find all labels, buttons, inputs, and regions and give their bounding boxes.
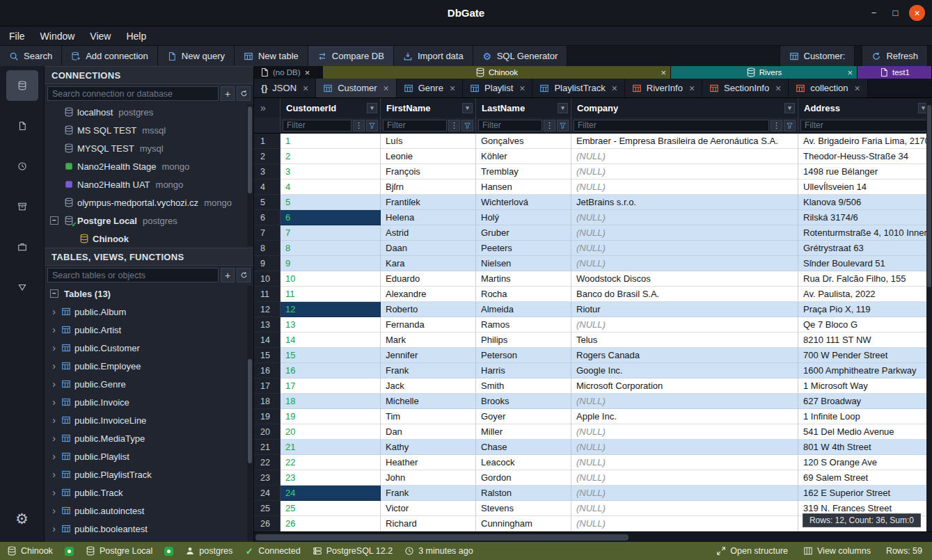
- cell-customerid[interactable]: 21: [281, 440, 381, 455]
- cell-lastname[interactable]: Miller: [476, 424, 571, 440]
- row-number[interactable]: 22: [254, 455, 281, 470]
- filter-input-company[interactable]: [574, 120, 769, 131]
- row-number[interactable]: 9: [254, 256, 281, 271]
- row-number[interactable]: 16: [254, 363, 281, 378]
- tab-customer[interactable]: Customer×: [316, 79, 397, 97]
- status-postgresql-12-2[interactable]: PostgreSQL 12.2: [313, 546, 393, 556]
- tab-group-chinook[interactable]: Chinook×: [323, 66, 671, 79]
- table-item-public-album[interactable]: ›public.Album: [45, 303, 253, 321]
- cell-company[interactable]: (NULL): [571, 179, 798, 195]
- cell-company[interactable]: (NULL): [571, 149, 798, 164]
- row-number[interactable]: 21: [254, 440, 281, 455]
- table-row[interactable]: 1313FernandaRamos(NULL)Qe 7 Bloco G: [254, 317, 932, 333]
- cell-lastname[interactable]: Gruber: [476, 225, 571, 241]
- row-number[interactable]: 4: [254, 179, 281, 195]
- cell-address[interactable]: 120 S Orange Ave: [798, 455, 932, 470]
- cell-company[interactable]: (NULL): [571, 210, 798, 225]
- row-number[interactable]: 13: [254, 317, 281, 333]
- cell-customerid[interactable]: 5: [281, 195, 381, 210]
- filter-menu-button[interactable]: ⋮: [544, 120, 555, 131]
- cell-customerid[interactable]: 23: [281, 470, 381, 486]
- column-dropdown-button[interactable]: ▾: [367, 103, 377, 113]
- cell-address[interactable]: 627 Broadway: [798, 394, 932, 409]
- search-button[interactable]: Search: [0, 46, 62, 66]
- cell-lastname[interactable]: Ramos: [476, 317, 571, 333]
- refresh-button[interactable]: Refresh: [862, 46, 928, 66]
- cell-firstname[interactable]: Jennifer: [381, 348, 476, 363]
- cell-address[interactable]: Qe 7 Bloco G: [798, 317, 932, 333]
- column-dropdown-button[interactable]: ▾: [558, 103, 568, 113]
- cell-customerid[interactable]: 17: [281, 378, 381, 394]
- filter-input-firstname[interactable]: [383, 120, 447, 131]
- cell-lastname[interactable]: Rocha: [476, 287, 571, 302]
- table-row[interactable]: 1010EduardoMartinsWoodstock DiscosRua Dr…: [254, 271, 932, 287]
- table-item-public-customer[interactable]: ›public.Customer: [45, 339, 253, 357]
- cell-company[interactable]: (NULL): [571, 225, 798, 241]
- expand-columns-button[interactable]: »: [254, 98, 281, 118]
- filter-input-lastname[interactable]: [478, 120, 542, 131]
- close-tab-icon[interactable]: ×: [775, 83, 781, 94]
- cell-address[interactable]: 1 Infinite Loop: [798, 409, 932, 424]
- cell-firstname[interactable]: Leonie: [381, 149, 476, 164]
- cell-firstname[interactable]: Victor: [381, 501, 476, 516]
- cell-address[interactable]: Praça Pio X, 119: [798, 302, 932, 317]
- cell-lastname[interactable]: Smith: [476, 378, 571, 394]
- tables-refresh-button[interactable]: [237, 268, 251, 282]
- row-number[interactable]: 20: [254, 424, 281, 440]
- table-item-public-autoinctest[interactable]: ›public.autoinctest: [45, 502, 253, 520]
- cell-customerid[interactable]: 9: [281, 256, 381, 271]
- cell-company[interactable]: Telus: [571, 333, 798, 348]
- row-number[interactable]: 7: [254, 225, 281, 241]
- cell-firstname[interactable]: Mark: [381, 333, 476, 348]
- connection-localhost[interactable]: localhostpostgres: [45, 103, 253, 121]
- cell-firstname[interactable]: Frantiſek: [381, 195, 476, 210]
- new-query-button[interactable]: New query: [158, 46, 235, 66]
- menu-file[interactable]: File: [1, 28, 33, 45]
- table-row[interactable]: 1414MarkPhilipsTelus8210 111 ST NW: [254, 333, 932, 348]
- row-number[interactable]: 15: [254, 348, 281, 363]
- table-item-public-playlist[interactable]: ›public.Playlist: [45, 447, 253, 465]
- table-row[interactable]: 1515JenniferPetersonRogers Canada700 W P…: [254, 348, 932, 363]
- filter-input-customerid[interactable]: [283, 120, 352, 131]
- compare-db-button[interactable]: Compare DB: [308, 46, 394, 66]
- cell-lastname[interactable]: Stevens: [476, 501, 571, 516]
- table-row[interactable]: 1111AlexandreRochaBanco do Brasil S.A.Av…: [254, 287, 932, 302]
- tab-genre[interactable]: Genre×: [397, 79, 463, 97]
- cell-address[interactable]: 162 E Superior Street: [798, 486, 932, 501]
- cell-company[interactable]: Embraer - Empresa Brasileira de Aeronáut…: [571, 134, 798, 149]
- cell-customerid[interactable]: 20: [281, 424, 381, 440]
- cell-address[interactable]: Rua Dr. Falcão Filho, 155: [798, 271, 932, 287]
- new-table-button[interactable]: New table: [235, 46, 308, 66]
- maximize-button[interactable]: □: [887, 5, 903, 21]
- row-number[interactable]: 17: [254, 378, 281, 394]
- table-row[interactable]: 2121KathyChase(NULL)801 W 4th Street: [254, 440, 932, 455]
- cell-address[interactable]: UllevÍlsveien 14: [798, 179, 932, 195]
- scrollbar-thumb[interactable]: [927, 105, 931, 287]
- add-connection-button[interactable]: Add connection: [62, 46, 158, 66]
- cell-address[interactable]: 1600 Amphitheatre Parkway: [798, 363, 932, 378]
- status-3-minutes-ago[interactable]: 3 minutes ago: [404, 546, 473, 556]
- status-postgres[interactable]: postgres: [185, 546, 232, 556]
- cell-company[interactable]: (NULL): [571, 470, 798, 486]
- cell-company[interactable]: (NULL): [571, 317, 798, 333]
- cell-company[interactable]: (NULL): [571, 164, 798, 179]
- menu-view[interactable]: View: [82, 28, 118, 45]
- sidebar-cell-data-button[interactable]: [6, 272, 38, 303]
- cell-firstname[interactable]: Helena: [381, 210, 476, 225]
- tab-json[interactable]: {}JSON×: [254, 79, 316, 97]
- table-row[interactable]: 1818MichelleBrooks(NULL)627 Broadway: [254, 394, 932, 409]
- connections-search-input[interactable]: [47, 86, 219, 101]
- scrollbar-thumb[interactable]: [248, 359, 252, 463]
- cell-company[interactable]: Google Inc.: [571, 363, 798, 378]
- cell-lastname[interactable]: Gonçalves: [476, 134, 571, 149]
- cell-firstname[interactable]: Kara: [381, 256, 476, 271]
- status-view-columns[interactable]: View columns: [803, 546, 871, 556]
- table-item-public-booleantest[interactable]: ›public.booleantest: [45, 520, 253, 538]
- cell-company[interactable]: Riotur: [571, 302, 798, 317]
- tables-scrollbar[interactable]: [247, 286, 253, 541]
- cell-company[interactable]: Banco do Brasil S.A.: [571, 287, 798, 302]
- status-postgre-local[interactable]: Postgre Local: [86, 546, 152, 556]
- table-row[interactable]: 99KaraNielsen(NULL)Sſnder Boulevard 51: [254, 256, 932, 271]
- table-row[interactable]: 44BjſrnHansen(NULL)UllevÍlsveien 14: [254, 179, 932, 195]
- tab-group-no-db[interactable]: (no DB)×: [254, 66, 323, 79]
